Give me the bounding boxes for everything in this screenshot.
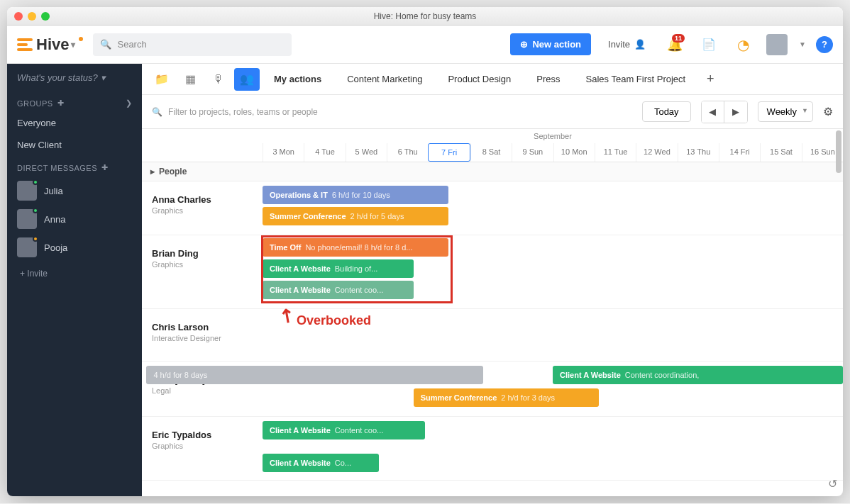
- plus-icon[interactable]: ✚: [101, 163, 109, 172]
- task-bar[interactable]: Summer Conference 2 h/d for 5 days: [263, 207, 448, 225]
- notifications-button[interactable]: 🔔 11: [663, 33, 687, 57]
- avatar: [17, 209, 37, 229]
- maximize-icon[interactable]: [41, 12, 50, 21]
- add-tab-button[interactable]: +: [700, 72, 721, 86]
- new-action-label: New action: [532, 39, 581, 50]
- filter-bar: 🔍 Filter to projects, roles, teams or pe…: [142, 95, 843, 129]
- person-row-brian: Brian Ding Graphics Time Off No phone/em…: [142, 235, 843, 309]
- person-row-eric: Eric Typaldos Graphics Client A Website …: [142, 417, 843, 481]
- person-role: Legal: [152, 386, 253, 395]
- close-icon[interactable]: [14, 12, 23, 21]
- month-label: September: [263, 129, 843, 143]
- sidebar-invite[interactable]: + Invite: [7, 262, 142, 286]
- top-bar: Hive ▾ 🔍 Search ⊕ New action Invite 👤 🔔 …: [7, 26, 843, 64]
- dm-header: DIRECT MESSAGES ✚: [7, 156, 142, 177]
- notification-badge: 11: [672, 34, 685, 43]
- folder-view-icon[interactable]: 📁: [149, 68, 175, 91]
- dm-name: Pooja: [44, 242, 67, 253]
- settings-button[interactable]: ⚙: [823, 105, 833, 118]
- main-area: 📁 ▦ 🎙 👥 My actions Content Marketing Pro…: [142, 64, 843, 496]
- avatar: [17, 181, 37, 201]
- task-bar[interactable]: Summer Conference 2 h/d for 3 days: [414, 388, 600, 407]
- hive-icon: [17, 38, 33, 51]
- task-bar[interactable]: Client A Website Content coo...: [263, 281, 414, 299]
- date-nav: ◀ ▶: [701, 101, 748, 123]
- day-header: 8 Sat: [470, 143, 512, 162]
- dm-pooja[interactable]: Pooja: [7, 233, 142, 262]
- new-action-button[interactable]: ⊕ New action: [510, 33, 591, 55]
- task-bar[interactable]: Operations & IT 6 h/d for 10 days: [263, 186, 448, 204]
- invite-label: Invite: [608, 39, 630, 50]
- dm-name: Anna: [44, 214, 65, 225]
- history-button[interactable]: ↺: [828, 477, 837, 491]
- person-row-anna: Anna Charles Graphics Operations & IT 6 …: [142, 181, 843, 235]
- profile-menu[interactable]: [765, 33, 789, 57]
- help-button[interactable]: ?: [816, 36, 833, 53]
- dm-name: Julia: [44, 186, 63, 196]
- sidebar-group-new-client[interactable]: New Client: [7, 134, 142, 156]
- day-header: 11 Tue: [595, 143, 636, 162]
- app-window: Hive: Home for busy teams Hive ▾ 🔍 Searc…: [7, 7, 843, 496]
- card-view-icon[interactable]: ▦: [177, 68, 203, 91]
- task-bar[interactable]: Client A Website Content coo...: [263, 421, 425, 439]
- person-row-danny: Danny Curry Legal 4 h/d for 8 days Clien…: [142, 362, 843, 417]
- day-header: 3 Mon: [263, 143, 304, 162]
- task-bar[interactable]: Client A Website Content coordination,: [553, 366, 843, 384]
- task-bar[interactable]: Client A Website Building of...: [263, 259, 414, 278]
- dm-julia[interactable]: Julia: [7, 177, 142, 205]
- day-header: 9 Sun: [512, 143, 553, 162]
- day-header: 4 Tue: [304, 143, 345, 162]
- people-view-icon[interactable]: 👥: [234, 68, 260, 91]
- groups-header: GROUPS ✚ ❯: [7, 91, 142, 112]
- minimize-icon[interactable]: [28, 12, 36, 21]
- task-bar[interactable]: 4 h/d for 8 days: [146, 366, 482, 384]
- mic-view-icon[interactable]: 🎙: [206, 68, 231, 91]
- today-button[interactable]: Today: [642, 101, 691, 122]
- document-button[interactable]: 📄: [697, 33, 721, 57]
- tab-sales-team[interactable]: Sales Team First Project: [575, 65, 697, 93]
- invite-button[interactable]: Invite 👤: [601, 33, 653, 55]
- tab-my-actions[interactable]: My actions: [263, 65, 333, 93]
- search-placeholder: Search: [117, 39, 146, 50]
- status-placeholder: What's your status?: [17, 72, 98, 83]
- person-role: Graphics: [152, 260, 253, 269]
- person-row-chris: Chris Larson Interactive Designer ↖ Over…: [142, 309, 843, 362]
- chevron-down-icon: ▾: [101, 72, 106, 83]
- next-button[interactable]: ▶: [724, 101, 747, 123]
- dm-anna[interactable]: Anna: [7, 205, 142, 233]
- avatar: [17, 237, 37, 257]
- global-search[interactable]: 🔍 Search: [93, 33, 292, 56]
- sidebar-group-everyone[interactable]: Everyone: [7, 112, 142, 134]
- clock-button[interactable]: ◔: [731, 33, 755, 57]
- tab-content-marketing[interactable]: Content Marketing: [336, 65, 434, 93]
- annotation-label: Overbooked: [297, 313, 371, 328]
- chevron-down-icon: ▸: [150, 167, 155, 177]
- person-role: Graphics: [152, 206, 253, 215]
- filter-input[interactable]: 🔍 Filter to projects, roles, teams or pe…: [152, 107, 318, 117]
- day-header-current: 7 Fri: [428, 143, 470, 162]
- traffic-lights: [14, 12, 50, 21]
- scrollbar-thumb[interactable]: [836, 130, 841, 173]
- prev-button[interactable]: ◀: [702, 101, 724, 123]
- collapse-icon[interactable]: ❯: [126, 99, 133, 108]
- chevron-down-icon: ▼: [799, 40, 806, 48]
- view-select[interactable]: Weekly ▼: [758, 101, 813, 122]
- section-people[interactable]: ▸People: [142, 162, 843, 181]
- day-header: 14 Fri: [719, 143, 760, 162]
- avatar: [766, 34, 788, 55]
- chevron-down-icon: ▾: [71, 40, 75, 50]
- left-sidebar: What's your status? ▾ GROUPS ✚ ❯ Everyon…: [7, 64, 142, 496]
- task-bar[interactable]: Time Off No phone/email! 8 h/d for 8 d..…: [263, 238, 448, 257]
- status-input[interactable]: What's your status? ▾: [7, 64, 142, 91]
- tab-product-design[interactable]: Product Design: [436, 65, 522, 93]
- invite-person-icon: 👤: [634, 39, 646, 50]
- brand-dot-icon: [79, 37, 83, 41]
- tab-press[interactable]: Press: [525, 65, 571, 93]
- person-name: Anna Charles: [152, 194, 253, 205]
- task-bar[interactable]: Client A Website Co...: [263, 454, 379, 472]
- presence-indicator: [33, 179, 38, 185]
- day-header: 13 Thu: [678, 143, 719, 162]
- plus-icon[interactable]: ✚: [57, 99, 65, 108]
- presence-indicator: [33, 236, 38, 242]
- brand-logo[interactable]: Hive ▾: [17, 35, 83, 54]
